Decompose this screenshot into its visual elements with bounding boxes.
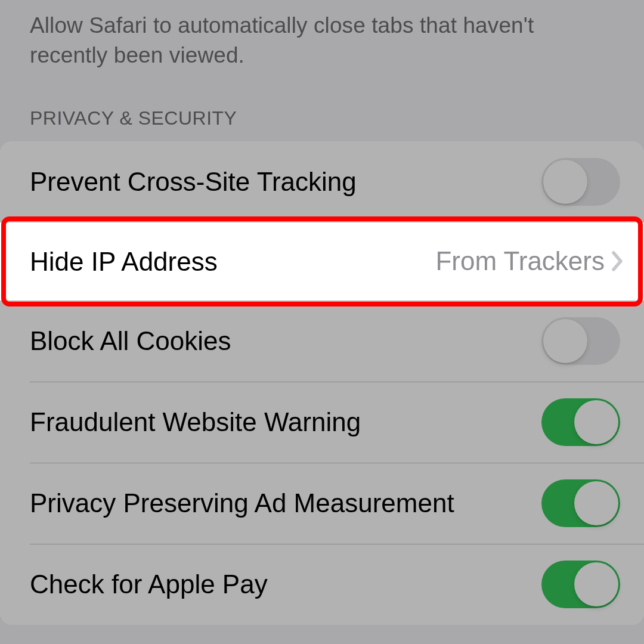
privacy-security-group: Prevent Cross-Site Tracking Hide IP Addr… <box>0 141 644 625</box>
toggle-knob <box>543 319 587 363</box>
toggle-knob <box>543 160 587 204</box>
block-all-cookies-toggle[interactable] <box>541 317 620 365</box>
privacy-preserving-ad-measurement-row[interactable]: Privacy Preserving Ad Measurement <box>0 463 644 544</box>
block-all-cookies-label: Block All Cookies <box>30 325 541 357</box>
prevent-cross-site-tracking-toggle[interactable] <box>541 158 620 206</box>
check-for-apple-pay-toggle[interactable] <box>541 561 620 608</box>
toggle-knob <box>574 481 618 525</box>
fraudulent-website-warning-row[interactable]: Fraudulent Website Warning <box>0 382 644 463</box>
chevron-right-icon <box>612 251 624 271</box>
privacy-preserving-ad-measurement-label: Privacy Preserving Ad Measurement <box>30 487 541 519</box>
hide-ip-address-label: Hide IP Address <box>30 246 435 278</box>
check-for-apple-pay-row[interactable]: Check for Apple Pay <box>0 544 644 625</box>
prevent-cross-site-tracking-label: Prevent Cross-Site Tracking <box>30 166 541 198</box>
check-for-apple-pay-label: Check for Apple Pay <box>30 568 541 600</box>
fraudulent-website-warning-label: Fraudulent Website Warning <box>30 406 541 438</box>
privacy-security-header: Privacy & Security <box>0 70 644 141</box>
fraudulent-website-warning-toggle[interactable] <box>541 398 620 446</box>
close-tabs-footer: Allow Safari to automatically close tabs… <box>0 11 644 70</box>
toggle-knob <box>574 400 618 444</box>
hide-ip-address-value: From Trackers <box>435 246 605 276</box>
toggle-knob <box>574 562 618 606</box>
hide-ip-address-row[interactable]: Hide IP Address From Trackers <box>0 222 644 301</box>
block-all-cookies-row[interactable]: Block All Cookies <box>0 301 644 382</box>
prevent-cross-site-tracking-row[interactable]: Prevent Cross-Site Tracking <box>0 141 644 222</box>
privacy-preserving-ad-measurement-toggle[interactable] <box>541 479 620 527</box>
